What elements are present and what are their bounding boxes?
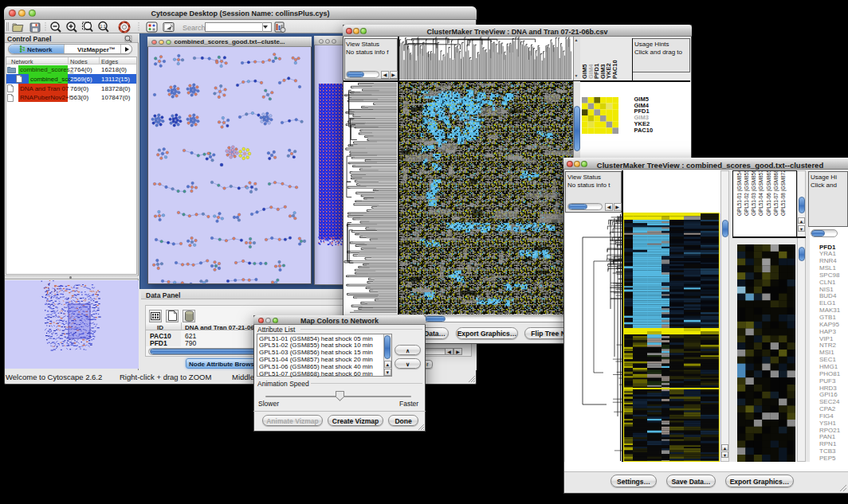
svg-text:1:1: 1:1 xyxy=(100,24,106,29)
